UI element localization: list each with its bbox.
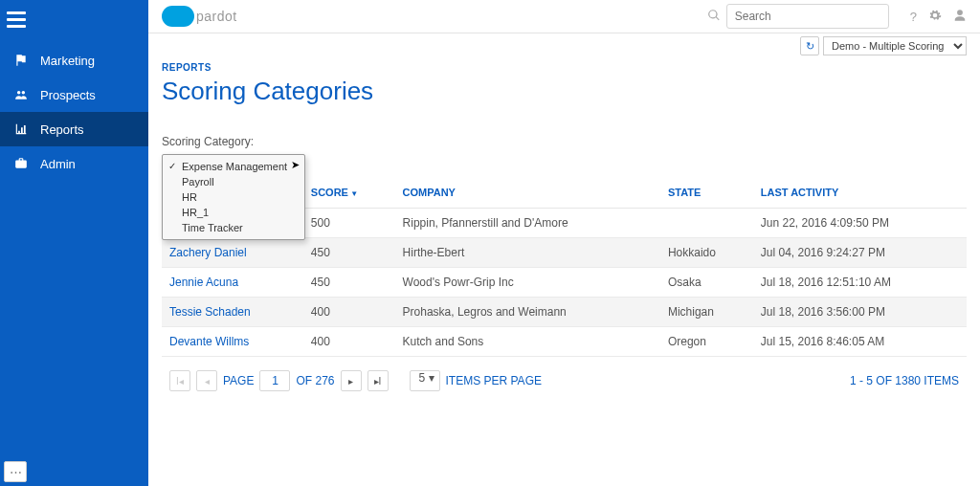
refresh-button[interactable]: ↻	[800, 36, 819, 55]
salesforce-cloud-icon	[162, 6, 194, 27]
sidebar: MarketingProspectsReportsAdmin	[0, 0, 148, 486]
table-row: Jennie Acuna450Wood's Powr-Grip IncOsaka…	[162, 268, 967, 298]
cell-company: Kutch and Sons	[395, 327, 660, 357]
people-icon	[13, 87, 29, 102]
dropdown-option[interactable]: HR	[163, 189, 304, 205]
pager-page-label: PAGE	[223, 374, 254, 387]
pager-first-button[interactable]: I◂	[169, 370, 190, 391]
cell-company: Wood's Powr-Grip Inc	[395, 268, 660, 298]
search-wrap	[707, 4, 889, 29]
prospect-link[interactable]: Zachery Daniel	[169, 246, 247, 259]
content-area: Scoring Category: ➤ Expense ManagementPa…	[148, 116, 980, 486]
filter-label: Scoring Category:	[162, 135, 967, 148]
pager-info: 1 - 5 OF 1380 ITEMS	[850, 374, 959, 387]
dropdown-option[interactable]: Payroll	[163, 174, 304, 189]
pager-of-label: OF 276	[296, 374, 334, 387]
demo-selector[interactable]: Demo - Multiple Scoring Catego...	[823, 36, 967, 55]
sidebar-item-marketing[interactable]: Marketing	[0, 43, 148, 77]
dropdown-option[interactable]: Time Tracker	[163, 220, 304, 235]
pager-perpage-select[interactable]: 5 ▾	[410, 370, 440, 391]
prospect-link[interactable]: Devante Willms	[169, 335, 249, 348]
search-input[interactable]	[726, 4, 889, 29]
table-row: Devante Willms400Kutch and SonsOregonJul…	[162, 327, 967, 357]
dropdown-option[interactable]: Expense Management	[163, 159, 304, 174]
column-header[interactable]: COMPANY	[395, 177, 660, 209]
cell-score: 450	[303, 268, 395, 298]
cell-name: Devante Willms	[162, 327, 303, 357]
sidebar-item-label: Admin	[40, 157, 76, 171]
page-title: Scoring Categories	[162, 77, 967, 106]
brand-logo: pardot	[162, 6, 237, 27]
cell-last-activity: Jul 04, 2016 9:24:27 PM	[753, 238, 967, 268]
sidebar-item-label: Prospects	[40, 88, 96, 102]
help-icon[interactable]: ?	[910, 10, 917, 24]
cell-name: Jennie Acuna	[162, 268, 303, 298]
breadcrumb: REPORTS	[162, 58, 967, 73]
chat-widget-button[interactable]: ⋯	[4, 461, 27, 482]
menu-toggle-button[interactable]	[7, 5, 35, 33]
cell-company: Hirthe-Ebert	[395, 238, 660, 268]
cell-last-activity: Jul 18, 2016 3:56:00 PM	[753, 298, 967, 327]
cell-score: 500	[303, 209, 395, 238]
cell-name: Tessie Schaden	[162, 298, 303, 327]
cell-score: 400	[303, 298, 395, 327]
main-area: pardot ? ↻ Demo - Multiple Scoring Categ…	[148, 0, 980, 486]
cell-name: Zachery Daniel	[162, 238, 303, 268]
chart-icon	[13, 122, 29, 137]
sidebar-item-label: Reports	[40, 122, 84, 137]
cell-score: 450	[303, 238, 395, 268]
title-block: REPORTS Scoring Categories	[148, 58, 980, 116]
cell-state: Hokkaido	[660, 238, 753, 268]
cell-score: 400	[303, 327, 395, 357]
header-icons: ?	[910, 9, 967, 25]
cell-last-activity: Jul 18, 2016 12:51:10 AM	[753, 268, 967, 298]
table-row: Zachery Daniel450Hirthe-EbertHokkaidoJul…	[162, 238, 967, 268]
cell-company: Prohaska, Legros and Weimann	[395, 298, 660, 327]
sidebar-item-reports[interactable]: Reports	[0, 112, 148, 146]
pager-page-input[interactable]	[259, 370, 290, 391]
cell-state	[660, 209, 753, 238]
cell-state: Osaka	[660, 268, 753, 298]
column-header[interactable]: SCORE	[303, 177, 395, 209]
pager-prev-button[interactable]: ◂	[196, 370, 217, 391]
pager-last-button[interactable]: ▸I	[368, 370, 389, 391]
pager-next-button[interactable]: ▸	[341, 370, 362, 391]
column-header[interactable]: STATE	[660, 177, 753, 209]
top-header: pardot ?	[148, 0, 980, 33]
cell-state: Oregon	[660, 327, 753, 357]
cell-last-activity: Jun 22, 2016 4:09:50 PM	[753, 209, 967, 238]
column-header[interactable]: LAST ACTIVITY	[753, 177, 967, 209]
cell-company: Rippin, Pfannerstill and D'Amore	[395, 209, 660, 238]
dropdown-option[interactable]: HR_1	[163, 205, 304, 220]
pager: I◂ ◂ PAGE OF 276 ▸ ▸I 5 ▾ ITEMS PER PAGE…	[162, 357, 967, 405]
pager-perpage-label: ITEMS PER PAGE	[446, 374, 542, 387]
flag-icon	[13, 53, 29, 68]
briefcase-icon	[13, 156, 29, 171]
search-icon	[707, 9, 721, 25]
cell-last-activity: Jul 15, 2016 8:46:05 AM	[753, 327, 967, 357]
gear-icon[interactable]	[928, 9, 942, 25]
cell-state: Michigan	[660, 298, 753, 327]
prospect-link[interactable]: Jennie Acuna	[169, 276, 238, 289]
prospect-link[interactable]: Tessie Schaden	[169, 305, 251, 319]
sidebar-item-prospects[interactable]: Prospects	[0, 77, 148, 112]
context-bar: ↻ Demo - Multiple Scoring Catego...	[148, 33, 980, 58]
table-row: Tessie Schaden400Prohaska, Legros and We…	[162, 298, 967, 327]
user-icon[interactable]	[953, 9, 967, 25]
sidebar-item-admin[interactable]: Admin	[0, 146, 148, 181]
scoring-category-dropdown[interactable]: ➤ Expense ManagementPayrollHRHR_1Time Tr…	[162, 154, 305, 240]
brand-text: pardot	[196, 9, 237, 24]
sidebar-item-label: Marketing	[40, 54, 95, 68]
